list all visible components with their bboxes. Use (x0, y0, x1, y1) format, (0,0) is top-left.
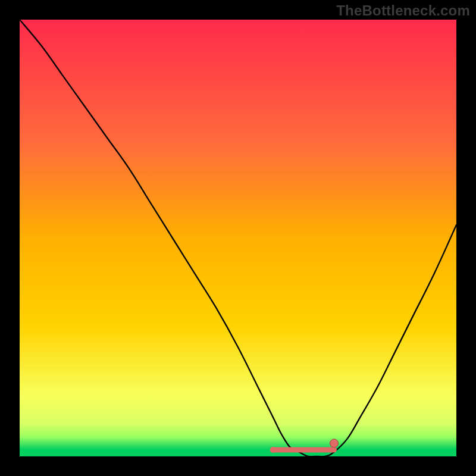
chart-frame: TheBottleneck.com (0, 0, 476, 476)
range-cap-left (270, 447, 276, 453)
watermark-text: TheBottleneck.com (336, 2, 470, 19)
plot-area (20, 20, 456, 456)
gradient-background (20, 20, 456, 456)
marker-dot-0 (330, 439, 338, 447)
bottleneck-curve-chart (20, 20, 456, 456)
